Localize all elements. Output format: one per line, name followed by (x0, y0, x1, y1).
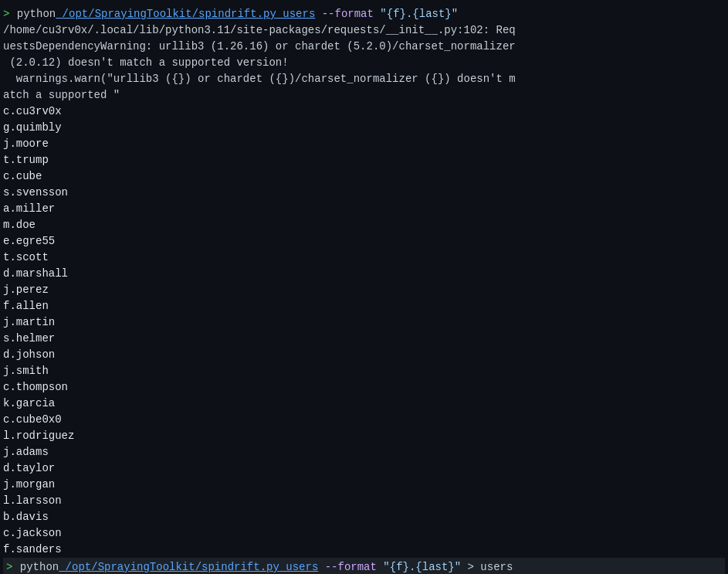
user-item: j.moore (3, 136, 725, 152)
user-item: k.garcia (3, 396, 725, 412)
python-keyword-1: python (10, 6, 56, 22)
user-item: s.helmer (3, 331, 725, 347)
user-item: c.cube0x0 (3, 412, 725, 428)
redirect-text: > users (461, 559, 513, 574)
python-keyword-2: python (13, 559, 59, 574)
user-item: l.larsson (3, 493, 725, 509)
user-item: c.cu3rv0x (3, 104, 725, 120)
user-item: l.rodriguez (3, 428, 725, 444)
user-item: c.jackson (3, 525, 725, 542)
user-item: d.taylor (3, 460, 725, 477)
user-item: j.morgan (3, 477, 725, 493)
user-item: j.martin (3, 314, 725, 331)
warning-line-2: uestsDependencyWarning: urllib3 (1.26.16… (3, 39, 725, 55)
user-item: f.sanders (3, 542, 725, 558)
user-item: g.quimbly (3, 120, 725, 136)
warning-line-4: warnings.warn("urllib3 ({}) or chardet (… (3, 71, 725, 87)
user-item: d.marshall (3, 266, 725, 282)
flag-format-1: --format (315, 6, 374, 22)
user-item: f.allen (3, 298, 725, 314)
command-line-1: > python /opt/SprayingToolkit/spindrift.… (3, 6, 725, 22)
user-item: c.cube (3, 168, 725, 185)
prompt-arrow-1: > (3, 6, 9, 22)
user-list: c.cu3rv0xg.quimblyj.mooret.trumpc.cubes.… (3, 104, 725, 558)
script-path-1: /opt/SprayingToolkit/spindrift.py (56, 6, 276, 22)
user-item: d.johson (3, 347, 725, 363)
user-item: c.thompson (3, 379, 725, 396)
user-item: s.svensson (3, 185, 725, 201)
terminal-window: > python /opt/SprayingToolkit/spindrift.… (0, 0, 728, 574)
user-item: t.trump (3, 152, 725, 168)
user-item: m.doe (3, 217, 725, 233)
warning-line-1: /home/cu3rv0x/.local/lib/python3.11/site… (3, 22, 725, 39)
user-item: j.smith (3, 363, 725, 379)
user-item: e.egre55 (3, 233, 725, 250)
arg-users-1: users (276, 6, 315, 22)
prompt-arrow-2: > (6, 559, 12, 574)
user-item: t.scott (3, 250, 725, 266)
warning-line-3: (2.0.12) doesn't match a supported versi… (3, 55, 725, 71)
warning-line-5: atch a supported " (3, 87, 725, 104)
user-item: b.davis (3, 509, 725, 525)
flag-format-2: --format (318, 559, 377, 574)
user-item: j.perez (3, 282, 725, 298)
script-path-2: /opt/SprayingToolkit/spindrift.py (59, 559, 279, 574)
flag-value-2: "{f}.{last}" (377, 559, 461, 574)
command-line-2: > python /opt/SprayingToolkit/spindrift.… (3, 558, 725, 574)
arg-users-2: users (279, 559, 318, 574)
user-item: a.miller (3, 201, 725, 217)
user-item: j.adams (3, 444, 725, 460)
flag-value-1: "{f}.{last}" (374, 6, 458, 22)
warning-block: /home/cu3rv0x/.local/lib/python3.11/site… (3, 22, 725, 104)
